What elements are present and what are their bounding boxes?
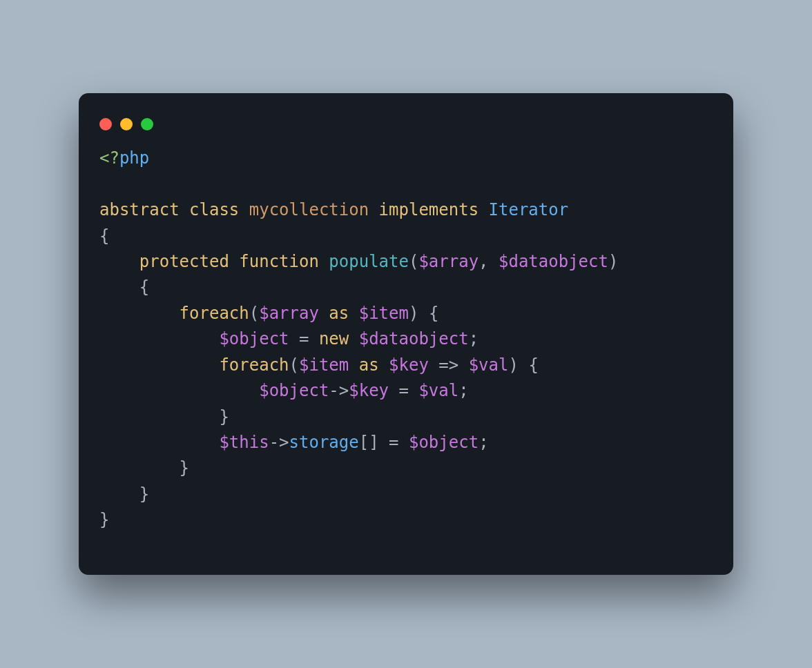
var-dataobject: $dataobject [359, 329, 469, 348]
indent [99, 458, 180, 478]
brace-open: { [429, 304, 438, 323]
op-assign: = [389, 433, 398, 452]
kw-foreach: foreach [180, 304, 249, 323]
semi: ; [458, 381, 468, 400]
code-window: <?php abstract class mycollection implem… [79, 93, 733, 575]
space [489, 252, 499, 271]
indent [99, 329, 219, 348]
paren-close: ) [409, 304, 418, 323]
indent [99, 304, 180, 323]
php-open-tag-lt: <? [99, 148, 119, 168]
paren-open: ( [289, 355, 299, 375]
arrow-fat: => [438, 355, 458, 375]
space [409, 381, 418, 400]
function-name: populate [329, 252, 409, 271]
var-object: $object [219, 329, 289, 348]
var-dataobject: $dataobject [499, 252, 608, 271]
code-block: <?php abstract class mycollection implem… [79, 146, 733, 533]
class-name: mycollection [249, 200, 369, 219]
space [349, 304, 358, 323]
indent [99, 355, 219, 375]
space [379, 433, 389, 452]
brace-close: } [99, 510, 109, 529]
indent [99, 433, 219, 452]
interface-name: Iterator [489, 200, 569, 219]
var-val: $val [469, 355, 509, 375]
indent [99, 484, 139, 504]
semi: ; [469, 329, 478, 348]
brace-close: } [219, 407, 229, 426]
space [229, 252, 239, 271]
space [478, 200, 488, 219]
kw-abstract: abstract [99, 200, 180, 219]
paren-open: ( [249, 304, 259, 323]
var-object: $object [259, 381, 329, 400]
arrow-thin: -> [269, 433, 289, 452]
space [458, 355, 468, 375]
php-open-tag-php: php [119, 148, 149, 168]
var-array: $array [259, 304, 319, 323]
brackets: [] [359, 433, 379, 452]
space [429, 355, 438, 375]
space [369, 200, 378, 219]
space [309, 329, 318, 348]
brace-close: } [139, 484, 149, 504]
indent [99, 252, 139, 271]
var-item: $item [299, 355, 349, 375]
paren-close: ) [608, 252, 618, 271]
kw-new: new [319, 329, 349, 348]
paren-open: ( [409, 252, 418, 271]
kw-class: class [189, 200, 239, 219]
space [418, 304, 428, 323]
minimize-icon[interactable] [120, 118, 133, 130]
space [399, 433, 409, 452]
space [319, 252, 329, 271]
indent [99, 277, 139, 297]
space [239, 200, 249, 219]
paren-close: ) [508, 355, 518, 375]
space [319, 304, 329, 323]
space [389, 381, 398, 400]
arrow-thin: -> [329, 381, 349, 400]
var-val: $val [418, 381, 458, 400]
zoom-icon[interactable] [141, 118, 153, 130]
brace-open: { [139, 277, 149, 297]
kw-as: as [359, 355, 379, 375]
space [180, 200, 189, 219]
op-assign: = [399, 381, 409, 400]
indent [99, 381, 259, 400]
brace-open: { [528, 355, 538, 375]
var-key: $key [389, 355, 429, 375]
indent [99, 407, 219, 426]
space [519, 355, 528, 375]
space [349, 355, 358, 375]
prop-storage: storage [289, 433, 359, 452]
var-object: $object [409, 433, 478, 452]
kw-as: as [329, 304, 349, 323]
close-icon[interactable] [99, 118, 112, 130]
comma: , [478, 252, 488, 271]
var-item: $item [359, 304, 409, 323]
var-key: $key [349, 381, 389, 400]
window-titlebar [79, 114, 733, 146]
space [349, 329, 358, 348]
kw-function: function [239, 252, 319, 271]
kw-foreach: foreach [219, 355, 289, 375]
space [289, 329, 299, 348]
op-assign: = [299, 329, 309, 348]
kw-protected: protected [139, 252, 229, 271]
brace-open: { [99, 226, 109, 246]
brace-close: } [180, 458, 189, 478]
kw-implements: implements [379, 200, 479, 219]
semi: ; [478, 433, 488, 452]
var-array: $array [418, 252, 478, 271]
space [379, 355, 389, 375]
var-this: $this [219, 433, 269, 452]
